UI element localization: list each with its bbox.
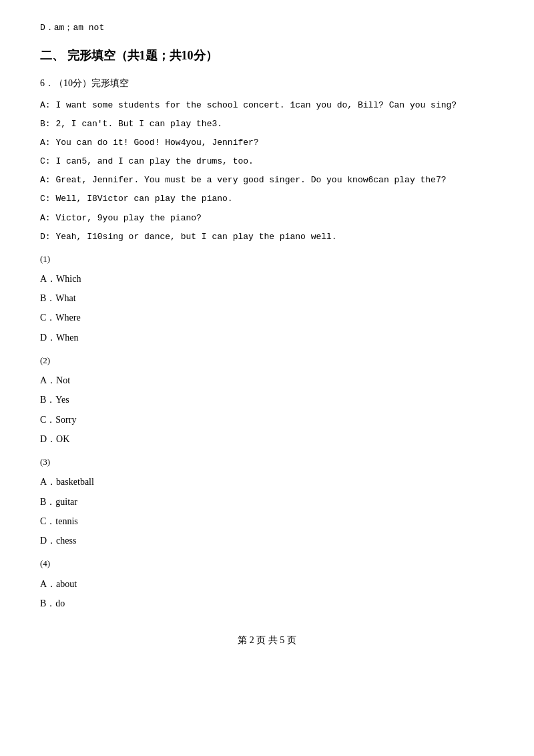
choice-item: D．chess: [40, 532, 494, 549]
choice-group-number: (4): [40, 556, 494, 571]
choice-item: C．Where: [40, 309, 494, 326]
dialogue-line: A: Victor, 9you play the piano?: [40, 211, 494, 226]
dialogues-container: A: I want some students for the school c…: [40, 98, 494, 244]
choice-item: A．Not: [40, 372, 494, 389]
dialogue-line: A: I want some students for the school c…: [40, 98, 494, 113]
choice-item: C．Sorry: [40, 411, 494, 428]
choice-item: C．tennis: [40, 513, 494, 530]
dialogue-line: B: 2, I can't. But I can play the3.: [40, 117, 494, 132]
dialogue-line: C: I can5, and I can play the drums, too…: [40, 154, 494, 169]
choice-item: D．OK: [40, 431, 494, 447]
dialogue-line: A: You can do it! Good! How4you, Jennife…: [40, 136, 494, 150]
choice-item: B．guitar: [40, 494, 494, 510]
choice-group-number: (3): [40, 454, 494, 469]
dialogue-line: A: Great, Jennifer. You must be a very g…: [40, 173, 494, 188]
choice-item: A．about: [40, 576, 494, 592]
dialogue-line: C: Well, I8Victor can play the piano.: [40, 192, 494, 206]
choice-group-number: (2): [40, 353, 494, 368]
choice-item: B．do: [40, 595, 494, 612]
choice-item: B．Yes: [40, 391, 494, 408]
choice-group-number: (1): [40, 251, 494, 266]
dialogue-line: D: Yeah, I10sing or dance, but I can pla…: [40, 230, 494, 244]
choice-item: A．basketball: [40, 474, 494, 490]
page-footer: 第 2 页 共 5 页: [40, 632, 494, 648]
choice-item: D．When: [40, 329, 494, 346]
top-line: D．am；am not: [40, 20, 494, 35]
choice-item: A．Which: [40, 270, 494, 287]
question-label: 6．（10分）完形填空: [40, 75, 494, 91]
choice-item: B．What: [40, 290, 494, 307]
section-title: 二、 完形填空（共1题；共10分）: [40, 45, 494, 66]
choices-container: (1)A．WhichB．WhatC．WhereD．When(2)A．NotB．Y…: [40, 251, 494, 612]
